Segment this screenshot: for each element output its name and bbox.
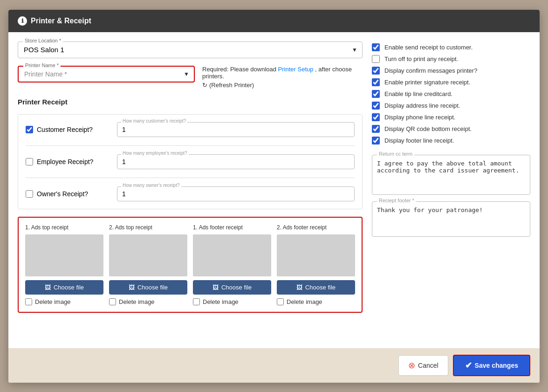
printer-setup-link[interactable]: Printer Setup	[278, 66, 314, 73]
delete-image-checkbox-3[interactable]	[193, 298, 200, 305]
signature-receipt-checkbox[interactable]	[372, 78, 380, 86]
refresh-icon: ↻	[202, 82, 207, 89]
ads-item-1-title: 1. Ads top receipt	[25, 224, 103, 231]
store-location-label: Store Location *	[23, 38, 63, 43]
customer-quantity-group: How many customer's receipt?	[117, 122, 355, 137]
printer-name-select[interactable]: Printer Name *	[24, 70, 188, 78]
owner-quantity-input[interactable]	[122, 190, 349, 198]
customer-quantity-label: How many customer's receipt?	[121, 118, 187, 124]
check-icon: ✔	[465, 360, 472, 371]
checkbox-confirm-messages[interactable]: Display confirm messages printer?	[372, 65, 530, 76]
employee-receipt-row: Employee Receipt? How many employee's re…	[26, 154, 355, 169]
ads-item-4-title: 2. Ads footer receipt	[277, 224, 355, 231]
send-receipt-checkbox[interactable]	[372, 43, 380, 51]
ads-item-4: 2. Ads footer receipt 🖼 Choose file Dele…	[277, 224, 355, 305]
receipt-footer-group: Reciept footer * Thank you for your patr…	[372, 201, 530, 237]
owner-receipt-row: Owner's Receipt? How many owner's receip…	[26, 186, 355, 201]
checkbox-footer-line[interactable]: Display footer line receipt.	[372, 135, 530, 146]
delete-image-label-4[interactable]: Delete image	[277, 298, 355, 305]
owner-quantity-group: How many owner's receipt?	[117, 186, 355, 201]
ads-item-2-title: 2. Ads top receipt	[109, 224, 187, 231]
choose-file-button-4[interactable]: 🖼 Choose file	[277, 280, 355, 295]
owner-quantity-label: How many owner's receipt?	[121, 183, 181, 188]
printer-name-label: Printer Name *	[23, 62, 61, 68]
qr-code-checkbox[interactable]	[372, 125, 380, 133]
ads-item-2: 2. Ads top receipt 🖼 Choose file Delete …	[109, 224, 187, 305]
tip-line-checkbox[interactable]	[372, 90, 380, 98]
cancel-label: Cancel	[418, 362, 438, 369]
store-location-group: Store Location * POS Salon 1 ▼	[18, 41, 363, 58]
address-line-checkbox[interactable]	[372, 102, 380, 110]
setup-text-before: Required: Please download	[202, 66, 278, 73]
delete-image-label-2[interactable]: Delete image	[109, 298, 187, 305]
save-changes-button[interactable]: ✔ Save changes	[453, 355, 530, 376]
checkbox-qr-code[interactable]: Display QR code bottom receipt.	[372, 123, 530, 135]
left-panel: Store Location * POS Salon 1 ▼ Printer N…	[18, 41, 363, 339]
printer-receipt-title: Printer Receipt	[18, 98, 363, 106]
delete-image-checkbox-4[interactable]	[277, 298, 284, 305]
cancel-button[interactable]: ⊗ Cancel	[398, 355, 448, 376]
checkbox-tip-line[interactable]: Enable tip line creditcard.	[372, 88, 530, 100]
turn-off-print-checkbox[interactable]	[372, 55, 380, 63]
refresh-label: (Refresh Printer)	[209, 82, 254, 89]
customer-receipt-label[interactable]: Customer Receipt?	[26, 126, 110, 133]
employee-receipt-checkbox[interactable]	[26, 158, 33, 165]
modal-footer: ⊗ Cancel ✔ Save changes	[8, 348, 540, 383]
modal-title: Printer & Receipt	[31, 17, 91, 25]
ads-item-2-preview	[109, 234, 187, 276]
choose-file-button-1[interactable]: 🖼 Choose file	[25, 280, 103, 295]
ads-item-3: 1. Ads footer receipt 🖼 Choose file Dele…	[193, 224, 271, 305]
checkbox-turn-off-print[interactable]: Turn off to print any receipt.	[372, 53, 530, 65]
footer-line-checkbox[interactable]	[372, 137, 380, 144]
delete-image-checkbox-2[interactable]	[109, 298, 116, 305]
printer-receipt-modal: ℹ Printer & Receipt Store Location * POS…	[8, 10, 540, 383]
choose-file-button-2[interactable]: 🖼 Choose file	[109, 280, 187, 295]
image-icon: 🖼	[296, 284, 302, 291]
customer-receipt-row: Customer Receipt? How many customer's re…	[26, 122, 355, 137]
phone-line-checkbox[interactable]	[372, 113, 380, 121]
printer-receipt-section: Printer Receipt Customer Receipt? How ma…	[18, 96, 363, 209]
employee-receipt-label[interactable]: Employee Receipt?	[26, 158, 110, 165]
checkbox-address-line[interactable]: Display address line receipt.	[372, 100, 530, 111]
return-cc-term-label: Return cc term	[377, 151, 414, 157]
ads-item-4-preview	[277, 234, 355, 276]
employee-quantity-input[interactable]	[122, 158, 349, 165]
customer-receipt-checkbox[interactable]	[26, 126, 33, 133]
refresh-printer-button[interactable]: ↻ (Refresh Printer)	[202, 82, 254, 89]
delete-image-label-3[interactable]: Delete image	[193, 298, 271, 305]
printer-setup-info: Required: Please download Printer Setup …	[202, 66, 363, 89]
cancel-icon: ⊗	[408, 360, 415, 371]
delete-image-label-1[interactable]: Delete image	[25, 298, 103, 305]
image-icon: 🖼	[129, 284, 135, 291]
store-location-select[interactable]: POS Salon 1	[24, 46, 356, 54]
customer-quantity-input[interactable]	[122, 126, 349, 133]
ads-item-3-title: 1. Ads footer receipt	[193, 224, 271, 231]
ads-section: 1. Ads top receipt 🖼 Choose file Delete …	[18, 217, 363, 313]
right-panel: Enable send receipt to customer. Turn of…	[372, 41, 530, 339]
image-icon: 🖼	[45, 284, 51, 291]
delete-image-checkbox-1[interactable]	[25, 298, 32, 305]
receipt-footer-input[interactable]: Thank you for your patronage!	[377, 206, 525, 230]
printer-name-group: Printer Name * Printer Name * ▼	[18, 66, 195, 83]
ads-item-1: 1. Ads top receipt 🖼 Choose file Delete …	[25, 224, 103, 305]
content-area: Store Location * POS Salon 1 ▼ Printer N…	[8, 32, 540, 348]
checkbox-send-receipt[interactable]: Enable send receipt to customer.	[372, 41, 530, 53]
receipt-footer-label: Reciept footer *	[377, 198, 416, 203]
printer-row: Printer Name * Printer Name * ▼ Required…	[18, 66, 363, 89]
right-checkboxes: Enable send receipt to customer. Turn of…	[372, 41, 530, 146]
modal-header: ℹ Printer & Receipt	[8, 10, 540, 32]
info-icon: ℹ	[18, 16, 27, 26]
checkbox-phone-line[interactable]: Display phone line receipt.	[372, 111, 530, 123]
owner-receipt-checkbox[interactable]	[26, 190, 33, 198]
return-cc-term-input[interactable]: I agree to pay the above total amount ac…	[377, 160, 525, 188]
employee-quantity-label: How many employee's receipt?	[121, 151, 189, 156]
employee-quantity-group: How many employee's receipt?	[117, 154, 355, 169]
confirm-messages-checkbox[interactable]	[372, 67, 380, 75]
owner-receipt-label[interactable]: Owner's Receipt?	[26, 190, 110, 198]
ads-item-3-preview	[193, 234, 271, 276]
modal-body: Store Location * POS Salon 1 ▼ Printer N…	[8, 32, 540, 383]
ads-item-1-preview	[25, 234, 103, 276]
return-cc-term-group: Return cc term I agree to pay the above …	[372, 155, 530, 195]
checkbox-signature-receipt[interactable]: Enable printer signature receipt.	[372, 76, 530, 88]
choose-file-button-3[interactable]: 🖼 Choose file	[193, 280, 271, 295]
